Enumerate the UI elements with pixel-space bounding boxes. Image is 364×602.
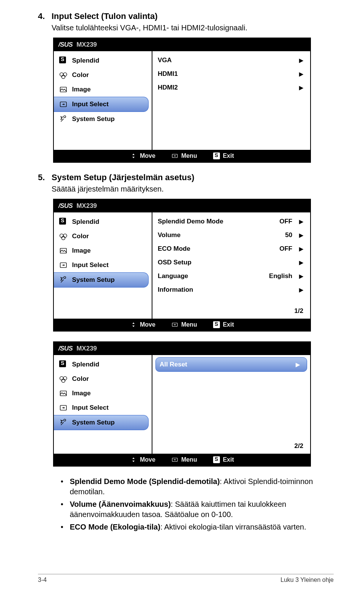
setting-osd-setup[interactable]: OSD Setup ▶ (152, 256, 310, 269)
setting-language[interactable]: Language English ▶ (152, 269, 310, 283)
bullet-dot: • (61, 499, 70, 520)
sidebar-item-system-setup[interactable]: System Setup (54, 112, 152, 126)
osd-panel-system-setup-2: /SUS MX239 Splendid Color Image (53, 341, 311, 467)
input-icon (59, 404, 67, 412)
footer-exit-label: Exit (223, 152, 234, 159)
chevron-right-icon: ▶ (299, 273, 303, 279)
svg-point-14 (61, 379, 65, 382)
sidebar-item-input-select[interactable]: Input Select (54, 258, 152, 272)
osd-model: MX239 (77, 41, 97, 49)
input-option-hdmi2[interactable]: HDMI2 ▶ (152, 81, 310, 94)
bullet-list: • Splendid Demo Mode (Splendid-demotila)… (61, 476, 334, 532)
osd-sidebar: Splendid Color Image Input Select (54, 212, 152, 319)
sidebar-item-label: Image (72, 390, 91, 397)
svg-point-1 (63, 73, 67, 76)
chevron-right-icon: ▶ (296, 362, 300, 368)
page-footer: 3-4 Luku 3 Yleinen ohje (38, 574, 334, 583)
sidebar-item-color[interactable]: Color (54, 229, 152, 244)
bullet-text: Volume (Äänenvoimakkuus): Säätää kaiutti… (70, 499, 334, 520)
footer-move-label: Move (140, 456, 155, 463)
osd-panel-input-select: /SUS MX239 Splendid Color Image (53, 38, 311, 163)
sidebar-item-label: Splendid (72, 57, 99, 64)
osd-content-input: VGA ▶ HDMI1 ▶ HDMI2 ▶ (152, 51, 310, 150)
input-option-hdmi1[interactable]: HDMI1 ▶ (152, 67, 310, 81)
section-5-heading: 5. System Setup (Järjestelmän asetus) (38, 173, 334, 182)
osd-content-system-1: Splendid Demo Mode OFF ▶ Volume 50 ▶ ECO… (152, 212, 310, 319)
footer-exit: Exit (213, 321, 234, 328)
sidebar-item-splendid[interactable]: Splendid (54, 357, 152, 372)
svg-point-2 (61, 75, 65, 79)
asus-logo: /SUS (58, 41, 73, 49)
osd-footer: Move Menu Exit (54, 319, 310, 331)
setting-volume[interactable]: Volume 50 ▶ (152, 228, 310, 242)
exit-icon (213, 152, 220, 159)
footer-exit: Exit (213, 456, 234, 463)
chevron-right-icon: ▶ (299, 218, 303, 225)
osd-sidebar: Splendid Color Image Input Select (54, 355, 152, 454)
page-indicator: 2/2 (152, 442, 310, 451)
section-4-subtitle: Valitse tulolähteeksi VGA-, HDMI1- tai H… (52, 24, 334, 32)
up-down-arrow-icon (130, 321, 137, 328)
splendid-icon (59, 57, 67, 65)
osd-header: /SUS MX239 (54, 342, 310, 355)
sidebar-item-input-select[interactable]: Input Select (54, 97, 149, 112)
setting-splendid-demo[interactable]: Splendid Demo Mode OFF ▶ (152, 215, 310, 228)
setting-eco-mode[interactable]: ECO Mode OFF ▶ (152, 242, 310, 256)
option-label: OSD Setup (158, 259, 299, 266)
image-icon (59, 85, 67, 94)
sidebar-item-label: Input Select (72, 101, 108, 108)
chevron-right-icon: ▶ (299, 232, 303, 238)
sidebar-item-image[interactable]: Image (54, 244, 152, 258)
footer-exit-label: Exit (223, 456, 234, 463)
chevron-right-icon: ▶ (299, 71, 303, 77)
splendid-icon (59, 218, 67, 226)
sidebar-item-label: System Setup (72, 115, 115, 123)
option-label: Splendid Demo Mode (158, 218, 279, 225)
svg-point-6 (60, 234, 63, 237)
sidebar-item-system-setup[interactable]: System Setup (54, 415, 149, 430)
menu-enter-icon (171, 456, 178, 463)
option-label: ECO Mode (158, 245, 279, 253)
option-label: Volume (158, 231, 285, 239)
up-down-arrow-icon (130, 152, 137, 159)
tools-icon (59, 115, 67, 123)
section-5-number: 5. (38, 173, 52, 182)
chapter-label: Luku 3 Yleinen ohje (281, 577, 334, 583)
option-label: VGA (158, 57, 299, 64)
sidebar-item-label: Color (72, 71, 89, 79)
sidebar-item-image[interactable]: Image (54, 82, 152, 97)
sidebar-item-label: Splendid (72, 361, 99, 368)
bullet-bold: Volume (Äänenvoimakkuus) (70, 500, 171, 508)
sidebar-item-splendid[interactable]: Splendid (54, 53, 152, 68)
input-icon (59, 261, 67, 269)
setting-all-reset[interactable]: All Reset ▶ (155, 357, 307, 372)
osd-content-system-2: All Reset ▶ 2/2 (152, 355, 310, 454)
option-value: OFF (279, 245, 292, 253)
asus-logo: /SUS (58, 345, 73, 352)
footer-menu-label: Menu (181, 152, 197, 159)
sidebar-item-color[interactable]: Color (54, 372, 152, 386)
bullet-eco-mode: • ECO Mode (Ekologia-tila): Aktivoi ekol… (61, 522, 334, 532)
bullet-rest: : Aktivoi ekologia-tilan virransäästöä v… (160, 523, 306, 531)
bullet-splendid-demo: • Splendid Demo Mode (Splendid-demotila)… (61, 476, 334, 497)
sidebar-item-system-setup[interactable]: System Setup (54, 272, 149, 288)
footer-menu: Menu (171, 456, 197, 463)
bullet-bold: Splendid Demo Mode (Splendid-demotila) (70, 477, 220, 486)
sidebar-item-label: Color (72, 375, 89, 383)
exit-icon (213, 321, 220, 328)
sidebar-item-input-select[interactable]: Input Select (54, 401, 152, 415)
setting-information[interactable]: Information ▶ (152, 283, 310, 297)
osd-footer: Move Menu Exit (54, 150, 310, 162)
bullet-text: Splendid Demo Mode (Splendid-demotila): … (70, 476, 334, 497)
option-label: Language (158, 272, 269, 280)
sidebar-item-image[interactable]: Image (54, 386, 152, 401)
option-value: OFF (279, 218, 292, 225)
input-option-vga[interactable]: VGA ▶ (152, 53, 310, 67)
footer-menu: Menu (171, 321, 197, 328)
option-label: HDMI1 (158, 70, 299, 78)
option-value: 50 (285, 231, 292, 239)
sidebar-item-color[interactable]: Color (54, 68, 152, 82)
sidebar-item-splendid[interactable]: Splendid (54, 215, 152, 229)
sidebar-item-label: Input Select (72, 404, 108, 412)
sidebar-item-label: Splendid (72, 218, 99, 226)
